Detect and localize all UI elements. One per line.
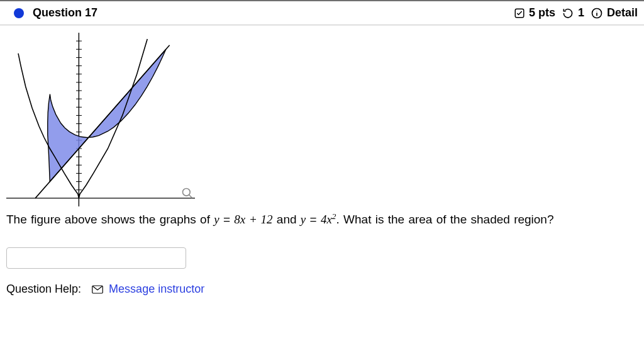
retry-icon — [562, 7, 574, 20]
prompt-mid1: and — [273, 213, 301, 226]
eq2-lhs: y — [301, 213, 306, 226]
mail-icon — [92, 285, 103, 294]
svg-point-2 — [596, 11, 597, 11]
graph-figure — [6, 33, 195, 209]
help-label: Question Help: — [6, 283, 81, 295]
question-help: Question Help: Message instructor — [6, 283, 638, 296]
eq2-sign: = — [306, 213, 321, 226]
svg-point-22 — [183, 189, 191, 196]
info-circle-icon[interactable] — [591, 7, 603, 20]
eq2-exp: 2 — [332, 211, 336, 221]
question-body: The figure above shows the graphs of y =… — [0, 25, 644, 303]
zoom-icon[interactable] — [181, 187, 194, 203]
question-title: Question 17 — [33, 6, 97, 20]
message-instructor-link[interactable]: Message instructor — [109, 283, 204, 295]
attempts-label: 1 — [578, 6, 584, 20]
eq1-sign: = — [219, 213, 235, 226]
check-square-icon — [514, 8, 525, 19]
prompt-lead: The figure above shows the graphs of — [6, 213, 214, 226]
details-label[interactable]: Detail — [607, 6, 638, 20]
svg-line-23 — [189, 195, 192, 198]
prompt-tail: . What is the area of the shaded region? — [336, 213, 554, 226]
curve-parabola — [18, 39, 147, 198]
question-prompt: The figure above shows the graphs of y =… — [6, 210, 638, 228]
eq1-rhs: 8x + 12 — [234, 213, 272, 226]
points-label: 5 pts — [529, 6, 555, 20]
status-bullet-icon — [14, 8, 24, 18]
graph-svg — [6, 33, 195, 206]
eq2-rhs: 4x2 — [321, 213, 336, 226]
answer-input[interactable] — [6, 247, 186, 269]
header-right-group: 5 pts 1 Detail — [514, 6, 638, 20]
question-header: Question 17 5 pts 1 Detail — [0, 0, 644, 25]
eq1-lhs: y — [214, 213, 219, 226]
